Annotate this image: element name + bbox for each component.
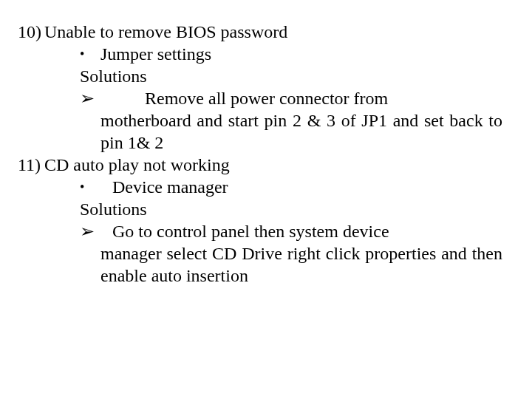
arrow-icon: ➢ bbox=[80, 87, 100, 109]
solution-text-cont: manager select CD Drive right click prop… bbox=[80, 242, 502, 287]
solutions-label: Solutions bbox=[80, 198, 502, 220]
spacer bbox=[100, 176, 112, 198]
solution-text-line1: Go to control panel then system device bbox=[112, 220, 502, 242]
solution-row: ➢ Go to control panel then system device bbox=[80, 220, 502, 242]
item-title: Unable to remove BIOS password bbox=[44, 21, 502, 43]
spacer bbox=[100, 87, 145, 109]
bullet-icon: • bbox=[80, 43, 100, 65]
bullet-icon: • bbox=[80, 176, 100, 198]
item-number: 11) bbox=[18, 154, 44, 287]
item-title: CD auto play not working bbox=[44, 154, 502, 176]
spacer bbox=[100, 220, 112, 242]
bullet-text: Jumper settings bbox=[100, 43, 502, 65]
arrow-icon: ➢ bbox=[80, 220, 100, 242]
item-content: Unable to remove BIOS password • Jumper … bbox=[44, 21, 502, 154]
bullet-text: Device manager bbox=[112, 176, 502, 198]
item-details: • Device manager Solutions ➢ Go to contr… bbox=[44, 176, 502, 287]
document-page: 10) Unable to remove BIOS password • Jum… bbox=[0, 0, 532, 287]
solutions-label: Solutions bbox=[80, 65, 502, 87]
list-item: 11) CD auto play not working • Device ma… bbox=[18, 154, 502, 287]
list-item: 10) Unable to remove BIOS password • Jum… bbox=[18, 21, 502, 154]
item-details: • Jumper settings Solutions ➢ Remove all… bbox=[44, 43, 502, 154]
item-content: CD auto play not working • Device manage… bbox=[44, 154, 502, 287]
bullet-row: • Device manager bbox=[80, 176, 502, 198]
solution-text-cont: motherboard and start pin 2 & 3 of JP1 a… bbox=[80, 109, 502, 154]
bullet-row: • Jumper settings bbox=[80, 43, 502, 65]
solution-row: ➢ Remove all power connector from bbox=[80, 87, 502, 109]
solution-text-line1: Remove all power connector from bbox=[145, 87, 502, 109]
item-number: 10) bbox=[18, 21, 44, 154]
